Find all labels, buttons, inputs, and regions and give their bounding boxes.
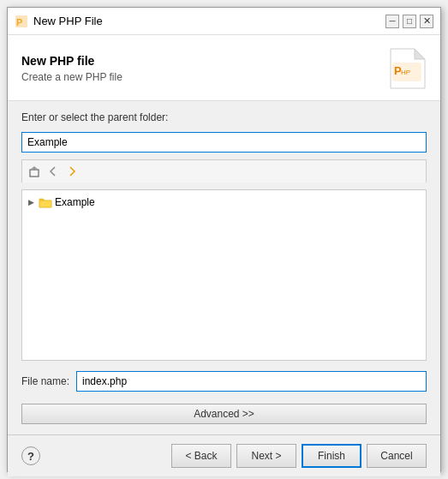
dialog-title: New PHP file — [21, 54, 122, 68]
svg-rect-9 — [39, 201, 51, 207]
folder-label: Enter or select the parent folder: — [21, 111, 427, 123]
footer-buttons: < Back Next > Finish Cancel — [171, 444, 427, 468]
svg-marker-3 — [415, 49, 425, 59]
footer-left: ? — [21, 446, 40, 465]
folder-input[interactable] — [21, 132, 427, 153]
php-file-icon: P HP — [389, 47, 427, 90]
help-button[interactable]: ? — [21, 446, 40, 465]
next-button[interactable]: Next > — [236, 444, 296, 468]
maximize-button[interactable]: □ — [403, 15, 416, 28]
advanced-button[interactable]: Advanced >> — [21, 404, 427, 424]
finish-button[interactable]: Finish — [302, 444, 361, 468]
svg-marker-8 — [29, 166, 39, 171]
dialog-window: P New PHP File ─ □ ✕ New PHP file Create… — [7, 7, 441, 472]
svg-text:P: P — [16, 17, 22, 27]
svg-text:HP: HP — [401, 69, 410, 76]
close-button[interactable]: ✕ — [420, 15, 433, 28]
back-toolbar-button[interactable] — [45, 163, 62, 180]
cancel-button[interactable]: Cancel — [367, 444, 427, 468]
folder-icon — [39, 195, 52, 209]
filename-input[interactable] — [76, 371, 427, 392]
back-button[interactable]: < Back — [171, 444, 231, 468]
window-title: New PHP File — [33, 15, 385, 27]
home-toolbar-button[interactable] — [26, 163, 43, 180]
window-icon: P — [15, 15, 28, 28]
folder-tree[interactable]: ▶ Example — [21, 189, 427, 361]
title-bar: P New PHP File ─ □ ✕ — [8, 8, 440, 35]
dialog-header: New PHP file Create a new PHP file P HP — [8, 35, 440, 101]
dialog-footer: ? < Back Next > Finish Cancel — [8, 434, 440, 476]
tree-expand-icon[interactable]: ▶ — [26, 197, 36, 207]
tree-item[interactable]: ▶ Example — [22, 194, 426, 211]
forward-icon — [66, 165, 78, 177]
svg-rect-7 — [30, 170, 39, 177]
filename-row: File name: — [21, 371, 427, 392]
window-controls: ─ □ ✕ — [385, 15, 433, 28]
filename-label: File name: — [21, 375, 69, 387]
home-icon — [28, 165, 40, 177]
header-text: New PHP file Create a new PHP file — [21, 54, 122, 83]
dialog-content: Enter or select the parent folder: — [8, 101, 440, 434]
dialog-subtitle: Create a new PHP file — [21, 71, 122, 83]
tree-toolbar — [21, 159, 427, 183]
back-icon — [47, 165, 59, 177]
minimize-button[interactable]: ─ — [385, 15, 399, 28]
forward-toolbar-button[interactable] — [63, 163, 81, 180]
tree-item-label: Example — [55, 196, 95, 208]
